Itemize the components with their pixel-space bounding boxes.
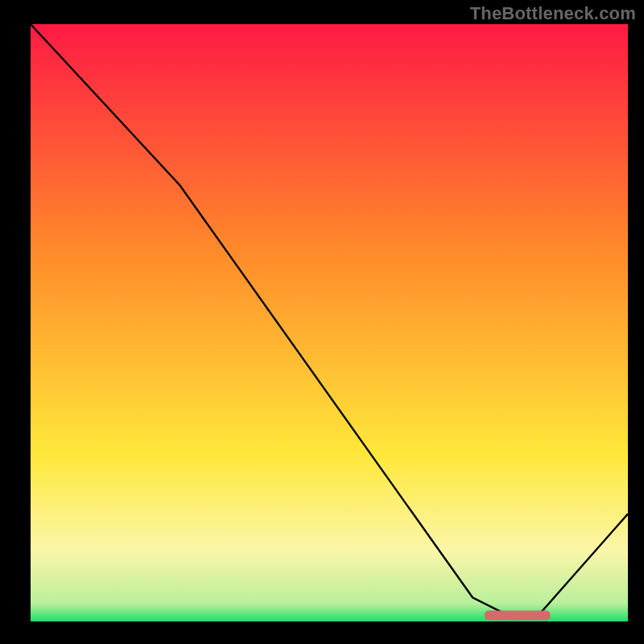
watermark-text: TheBottleneck.com xyxy=(470,3,636,24)
chart-canvas: TheBottleneck.com xyxy=(0,0,644,644)
optimal-marker xyxy=(485,611,551,621)
bottleneck-chart xyxy=(0,0,644,644)
plot-background xyxy=(31,24,628,621)
